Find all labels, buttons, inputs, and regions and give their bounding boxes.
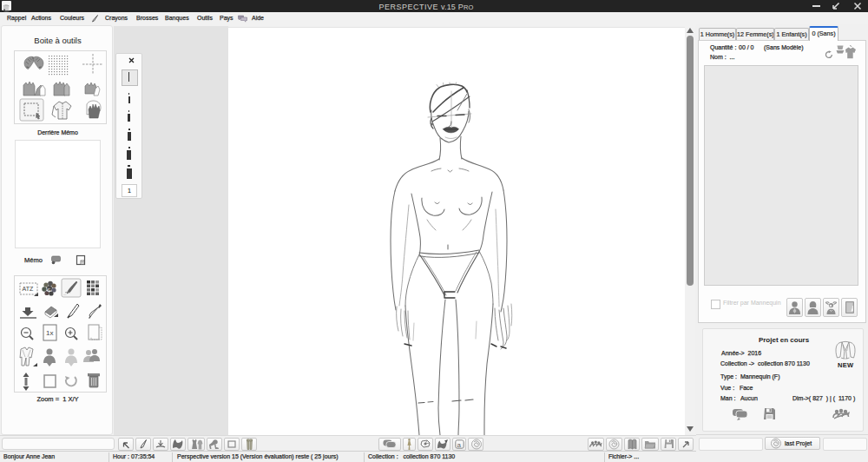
svg-text:a: a	[457, 441, 462, 449]
svg-text:S: S	[47, 287, 50, 293]
svg-text:1x: 1x	[46, 329, 53, 337]
svg-text:ATZ: ATZ	[23, 286, 34, 292]
svg-text:...: ...	[63, 292, 66, 296]
